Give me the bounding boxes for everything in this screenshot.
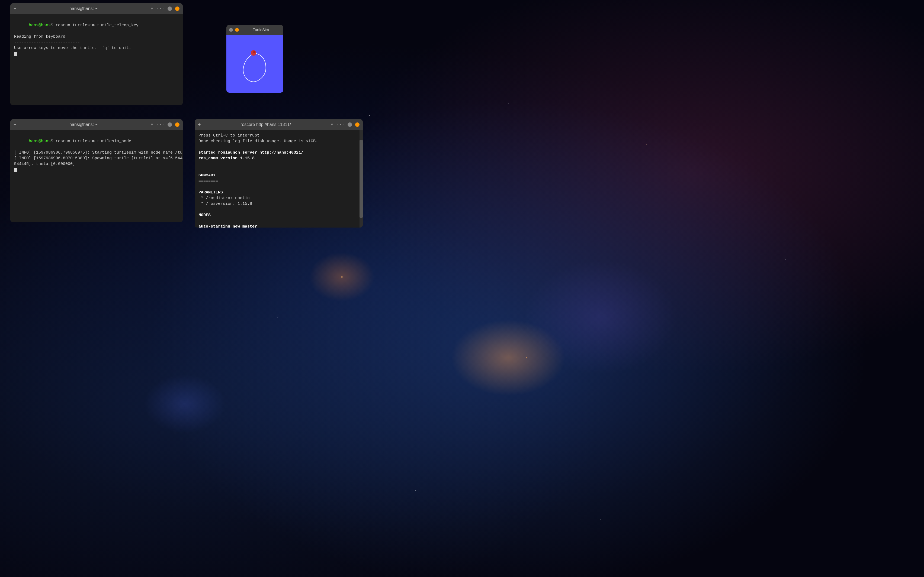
terminal-line-2: ---------------------------	[14, 40, 179, 45]
terminal-turtlesim-node: + hans@hans: ~ ⌕ ··· hans@hans$ rosrun t…	[10, 119, 183, 222]
window-controls[interactable]: +	[14, 6, 16, 12]
add-tab-button-2[interactable]: +	[14, 122, 16, 127]
roscore-line-parameters: PARAMETERS	[199, 190, 357, 195]
turtlesim-canvas	[226, 35, 283, 93]
more-icon-3[interactable]: ···	[336, 122, 344, 127]
roscore-line-3: ros_comm version 1.15.8	[199, 155, 357, 161]
terminal-node-info-1: [ INFO] [1597986906.796858975]: Starting…	[14, 150, 179, 155]
terminal-node-titlebar: + hans@hans: ~ ⌕ ···	[10, 119, 183, 130]
terminal-teleop-title: hans@hans: ~	[19, 6, 149, 11]
terminal-node-body: hans@hans$ rosrun turtlesim turtlesim_no…	[10, 130, 183, 222]
turtle-trail-svg	[226, 35, 283, 93]
turtle-path	[243, 53, 266, 82]
terminal-roscore-titlebar: + roscore http://hans:11311/ ⌕ ···	[195, 119, 363, 130]
minimize-button[interactable]	[168, 6, 172, 11]
scrollbar[interactable]	[360, 130, 363, 227]
roscore-line-blank-3	[199, 167, 357, 172]
terminal-teleop: + hans@hans: ~ ⌕ ··· hans@hans$ rosrun t…	[10, 3, 183, 105]
terminal-roscore-body: Press Ctrl-C to interrupt Done checking …	[195, 130, 363, 227]
more-icon-2[interactable]: ···	[157, 122, 164, 127]
titlebar-actions-2[interactable]: ⌕ ···	[151, 122, 179, 127]
search-icon-2[interactable]: ⌕	[151, 122, 153, 127]
roscore-line-blank-2	[199, 161, 357, 167]
roscore-line-rosversion: * /rosversion: 1.15.8	[199, 201, 357, 207]
scrollbar-thumb[interactable]	[360, 140, 363, 218]
terminal-node-prompt: hans@hans$ rosrun turtlesim turtlesim_no…	[14, 133, 179, 150]
roscore-line-equals: ========	[199, 178, 357, 184]
window-controls-2[interactable]: +	[14, 122, 16, 127]
turtlesim-titlebar: TurtleSim	[226, 25, 283, 35]
terminal-roscore: + roscore http://hans:11311/ ⌕ ··· Press…	[195, 119, 363, 227]
more-icon[interactable]: ···	[157, 6, 164, 11]
roscore-line-rosdistro: * /rosdistro: noetic	[199, 195, 357, 201]
search-icon-3[interactable]: ⌕	[331, 122, 333, 127]
terminal-node-title: hans@hans: ~	[19, 122, 149, 127]
terminal-node-command: $ rosrun turtlesim turtlesim_node	[51, 139, 131, 143]
terminal-node-user: hans@hans	[29, 139, 51, 143]
minimize-button-3[interactable]	[347, 122, 352, 127]
minimize-button-2[interactable]	[168, 122, 172, 127]
terminal-line-1: Reading from keyboard	[14, 34, 179, 40]
roscore-line-blank-5	[199, 207, 357, 213]
close-button-3[interactable]	[355, 122, 360, 127]
titlebar-actions-3[interactable]: ⌕ ···	[331, 122, 360, 127]
turtlesim-title: TurtleSim	[241, 27, 281, 32]
terminal-teleop-body: hans@hans$ rosrun turtlesim turtle_teleo…	[10, 14, 183, 105]
terminal-line-3: Use arrow keys to move the turtle. 'q' t…	[14, 45, 179, 51]
search-icon[interactable]: ⌕	[151, 6, 153, 11]
roscore-line-blank-1	[199, 144, 357, 150]
terminal-command: $ rosrun turtlesim turtle_teleop_key	[51, 23, 139, 27]
window-controls-3[interactable]: +	[198, 122, 201, 127]
terminal-prompt-user: hans@hans	[29, 23, 51, 27]
add-tab-button[interactable]: +	[14, 6, 16, 12]
roscore-line-autostart: auto-starting new master	[199, 224, 357, 227]
roscore-line-blank-4	[199, 184, 357, 190]
titlebar-actions[interactable]: ⌕ ···	[151, 6, 179, 11]
add-tab-button-3[interactable]: +	[198, 122, 201, 127]
close-button-2[interactable]	[175, 122, 179, 127]
roscore-line-0: Press Ctrl-C to interrupt	[199, 133, 357, 139]
terminal-node-info-3: 544445], theta=[0.000000]	[14, 161, 179, 167]
terminal-cursor	[14, 51, 179, 56]
turtle-head	[253, 51, 255, 53]
roscore-line-nodes: NODES	[199, 213, 357, 218]
terminal-line-prompt: hans@hans$ rosrun turtlesim turtle_teleo…	[14, 17, 179, 34]
turtlesim-minimize[interactable]	[229, 28, 233, 32]
turtle-body	[251, 50, 256, 56]
turtlesim-close[interactable]	[235, 28, 239, 32]
roscore-line-2: started roslaunch server http://hans:403…	[199, 150, 357, 155]
terminal-node-info-2: [ INFO] [1597986906.807015380]: Spawning…	[14, 155, 179, 161]
close-button[interactable]	[175, 6, 179, 11]
terminal-node-cursor	[14, 167, 179, 172]
roscore-line-1: Done checking log file disk usage. Usage…	[199, 139, 357, 144]
turtlesim-window: TurtleSim	[226, 25, 283, 93]
roscore-line-blank-6	[199, 218, 357, 224]
terminal-teleop-titlebar: + hans@hans: ~ ⌕ ···	[10, 3, 183, 14]
terminal-roscore-title: roscore http://hans:11311/	[203, 122, 329, 127]
roscore-line-summary: SUMMARY	[199, 172, 357, 178]
